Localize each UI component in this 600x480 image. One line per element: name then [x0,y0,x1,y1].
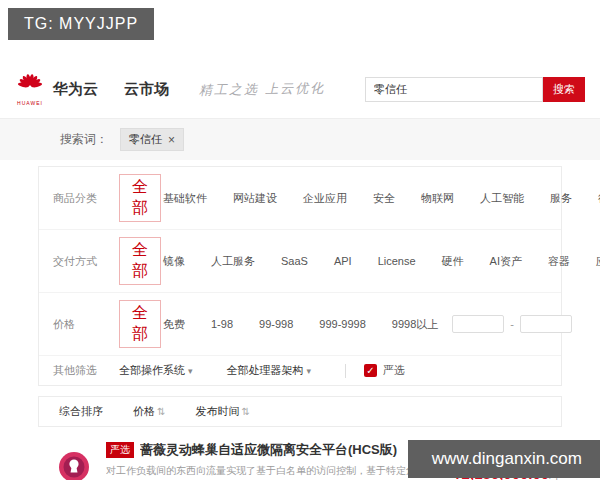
search-words-bar: 搜索词： 零信任 × [0,119,600,160]
price-min-input[interactable] [452,315,504,333]
filter-option[interactable]: SaaS [281,255,308,267]
filter-option-all[interactable]: 全部 [119,237,161,285]
filter-panel: 商品分类 全部 基础软件网站建设企业应用安全物联网人工智能服务行业解决方案 交付… [38,166,562,386]
search-words-label: 搜索词： [60,131,108,148]
filter-option[interactable]: 镜像 [163,254,185,269]
filter-options: 基础软件网站建设企业应用安全物联网人工智能服务行业解决方案 [163,191,600,206]
filter-row-price: 价格 全部 免费1-9899-998999-99989998以上 - [39,293,561,356]
sort-arrows-icon: ⇅ [241,406,249,417]
search-term-tag[interactable]: 零信任 × [120,128,184,151]
filter-option[interactable]: 人工智能 [480,191,524,206]
search-button[interactable]: 搜索 [543,77,585,102]
filter-option[interactable]: API [334,255,352,267]
filter-option[interactable]: 容器 [548,254,570,269]
filter-option[interactable]: 安全 [373,191,395,206]
filter-row-category: 商品分类 全部 基础软件网站建设企业应用安全物联网人工智能服务行业解决方案 [39,167,561,230]
range-separator: - [510,318,514,330]
filter-option[interactable]: 9998以上 [392,317,438,332]
filter-option[interactable]: 1-98 [211,318,233,330]
filter-label: 其他筛选 [53,363,119,378]
sort-price-label: 价格 [133,405,155,417]
product-info: 严选 蔷薇灵动蜂巢自适应微隔离安全平台(HCS版) 对工作负载间的东西向流量实现… [106,441,434,480]
filter-options: 镜像人工服务SaaSAPILicense硬件AI资产容器应用编排数据资产 [163,254,600,269]
nav-cloud-marketplace[interactable]: 云市场 [124,80,169,99]
tg-watermark-badge: TG: MYYJJPP [8,8,154,40]
os-dropdown[interactable]: 全部操作系统▾ [119,363,193,378]
filter-option[interactable]: 企业应用 [303,191,347,206]
huawei-logo[interactable]: HUAWEI [15,72,45,106]
filter-option[interactable]: 999-9998 [319,318,366,330]
filter-label: 交付方式 [53,254,119,269]
filter-option[interactable]: 99-998 [259,318,293,330]
sort-publish-label: 发布时间 [195,405,239,417]
filter-option[interactable]: 物联网 [421,191,454,206]
huawei-logo-caption: HUAWEI [17,100,43,106]
filter-options: 免费1-9899-998999-99989998以上 [163,317,438,332]
filter-option[interactable]: 基础软件 [163,191,207,206]
filter-option[interactable]: 硬件 [442,254,464,269]
price-range: - [452,315,572,333]
filter-option[interactable]: 免费 [163,317,185,332]
search-term-text: 零信任 [129,132,162,147]
arch-dropdown[interactable]: 全部处理器架构▾ [227,363,312,378]
filter-row-delivery: 交付方式 全部 镜像人工服务SaaSAPILicense硬件AI资产容器应用编排… [39,230,561,293]
filter-option[interactable]: 应用编排 [596,254,600,269]
sort-publish-time[interactable]: 发布时间⇅ [195,404,249,419]
os-dropdown-label: 全部操作系统 [119,364,185,376]
header-search: 搜索 [365,77,585,102]
filter-option-all[interactable]: 全部 [119,174,161,222]
strict-select-badge: 严选 [106,442,134,458]
product-title[interactable]: 蔷薇灵动蜂巢自适应微隔离安全平台(HCS版) [140,441,397,459]
chevron-down-icon: ▾ [188,366,193,376]
filter-option[interactable]: 人工服务 [211,254,255,269]
filter-option[interactable]: License [378,255,416,267]
close-icon[interactable]: × [168,133,175,147]
site-url-badge: www.dinganxin.com [408,440,600,478]
strict-select-label: 严选 [383,363,405,378]
search-input[interactable] [365,77,543,102]
filter-option-all[interactable]: 全部 [119,300,161,348]
price-max-input[interactable] [520,315,572,333]
sort-comprehensive[interactable]: 综合排序 [59,404,103,419]
filter-label: 商品分类 [53,191,119,206]
filter-option[interactable]: 网站建设 [233,191,277,206]
huawei-flower-icon [15,72,45,102]
sort-arrows-icon: ⇅ [157,406,165,417]
sort-price[interactable]: 价格⇅ [133,404,165,419]
site-header: HUAWEI 华为云 云市场 精工之选 上云优化 搜索 [0,72,600,119]
divider [345,364,346,378]
filter-option[interactable]: 服务 [550,191,572,206]
product-description: 对工作负载间的东西向流量实现了基于白名单的访问控制，基于特定角色访问控制策略，一… [106,464,434,478]
filter-row-other: 其他筛选 全部操作系统▾ 全部处理器架构▾ ✓ 严选 [39,356,561,385]
marketing-slogan: 精工之选 上云优化 [199,79,365,100]
filter-option[interactable]: AI资产 [490,254,522,269]
sort-bar: 综合排序 价格⇅ 发布时间⇅ [38,396,562,427]
chevron-down-icon: ▾ [307,366,312,376]
brand-huaweicloud[interactable]: 华为云 [53,80,98,99]
product-logo [48,441,106,480]
arch-dropdown-label: 全部处理器架构 [227,364,304,376]
filter-label: 价格 [53,317,119,332]
strict-select-checkbox[interactable]: ✓ [364,364,377,377]
